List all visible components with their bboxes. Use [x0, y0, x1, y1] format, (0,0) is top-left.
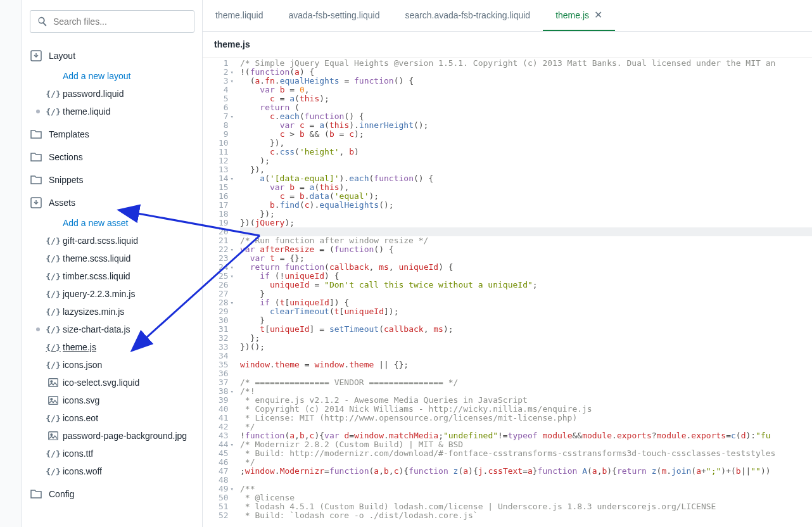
folder-templates[interactable]: Templates [30, 123, 194, 146]
file-item[interactable]: Add a new asset [32, 214, 194, 232]
search-icon [37, 16, 48, 27]
folder-sections[interactable]: Sections [30, 146, 194, 168]
svg-point-5 [51, 398, 53, 400]
file-label: theme.liquid [63, 106, 111, 117]
code-file-icon: {/} [46, 359, 60, 371]
file-label: ico-select.svg.liquid [63, 378, 139, 388]
file-label: theme.scss.liquid [63, 253, 130, 264]
main-panel: theme.liquidavada-fsb-setting.liquidsear… [203, 0, 812, 527]
file-label: icons.eot [63, 413, 98, 423]
tab-label: search.avada-fsb-tracking.liquid [405, 10, 530, 20]
file-item[interactable]: {/}theme.scss.liquid [32, 250, 194, 267]
file-item[interactable]: {/}password.liquid [32, 85, 194, 103]
file-label: icons.json [63, 360, 102, 370]
tab[interactable]: theme.liquid [203, 0, 276, 31]
code-file-icon: {/} [46, 88, 60, 99]
file-label: theme.js [63, 342, 96, 352]
file-label: size-chart-data.js [63, 324, 130, 334]
image-file-icon [46, 430, 60, 441]
code-file-icon: {/} [46, 306, 60, 317]
search-box[interactable] [30, 10, 194, 33]
file-item[interactable]: Add a new layout [32, 67, 194, 85]
tab[interactable]: avada-fsb-setting.liquid [276, 0, 393, 31]
file-label: icons.svg [63, 395, 99, 405]
file-label: password-page-background.jpg [63, 431, 187, 441]
file-label: timber.scss.liquid [63, 271, 130, 281]
file-label: Add a new layout [63, 71, 130, 81]
file-item[interactable]: {/}size-chart-data.js [32, 321, 194, 338]
close-icon[interactable]: ✕ [594, 9, 602, 21]
modified-dot-icon [36, 327, 40, 331]
file-item[interactable]: {/}gift-card.scss.liquid [32, 232, 194, 250]
folder-config[interactable]: Config [30, 483, 194, 505]
file-label: jquery-2.2.3.min.js [63, 289, 135, 299]
code-body[interactable]: /* Simple jQuery Equal Heights @version … [238, 58, 812, 527]
code-file-icon: {/} [46, 270, 60, 282]
code-file-icon: {/} [46, 466, 60, 477]
code-file-icon: {/} [46, 448, 60, 459]
code-file-icon: {/} [46, 412, 60, 424]
gutter: 1 2▾3▾4 5 6 7▾8 9 10 11 12 13 14▾15 16 1… [203, 58, 238, 527]
code-editor[interactable]: 1 2▾3▾4 5 6 7▾8 9 10 11 12 13 14▾15 16 1… [203, 58, 812, 527]
left-rail [0, 0, 22, 527]
image-file-icon [46, 395, 60, 406]
svg-point-3 [51, 381, 53, 383]
search-input[interactable] [53, 16, 187, 27]
file-item[interactable]: {/}timber.scss.liquid [32, 267, 194, 285]
code-file-icon: {/} [46, 106, 60, 117]
svg-point-7 [51, 434, 53, 436]
folder-assets[interactable]: Assets [30, 191, 194, 214]
file-label: Add a new asset [63, 218, 129, 228]
tabs: theme.liquidavada-fsb-setting.liquidsear… [203, 0, 812, 32]
code-file-icon: {/} [46, 288, 60, 300]
file-item[interactable]: ico-select.svg.liquid [32, 374, 194, 391]
file-item[interactable]: password-page-background.jpg [32, 427, 194, 445]
code-file-icon: {/} [46, 341, 60, 353]
file-item[interactable]: icons.svg [32, 391, 194, 409]
folder-snippets[interactable]: Snippets [30, 168, 194, 191]
folder-layout[interactable]: Layout [30, 44, 194, 67]
modified-dot-icon [36, 110, 40, 113]
file-label: password.liquid [63, 89, 124, 99]
file-label: gift-card.scss.liquid [63, 236, 138, 246]
file-item[interactable]: {/}icons.json [32, 356, 194, 374]
file-label: icons.woff [63, 466, 102, 476]
image-file-icon [46, 377, 60, 388]
file-item[interactable]: {/}icons.woff [32, 462, 194, 480]
file-item[interactable]: {/}lazysizes.min.js [32, 303, 194, 321]
file-item[interactable]: {/}icons.ttf [32, 445, 194, 462]
code-file-icon: {/} [46, 235, 60, 246]
code-file-icon: {/} [46, 324, 60, 335]
file-label: lazysizes.min.js [63, 307, 124, 317]
tab-label: theme.js [555, 10, 589, 20]
file-item[interactable]: {/}jquery-2.2.3.min.js [32, 285, 194, 303]
file-item[interactable]: {/}theme.liquid [32, 103, 194, 120]
breadcrumb: theme.js [203, 32, 812, 58]
tab[interactable]: search.avada-fsb-tracking.liquid [392, 0, 543, 31]
tab-label: theme.liquid [215, 10, 263, 20]
file-label: icons.ttf [63, 448, 93, 459]
code-file-icon: {/} [46, 253, 60, 264]
file-item[interactable]: {/} theme.js [32, 338, 194, 356]
tab[interactable]: theme.js✕ [543, 0, 615, 31]
file-item[interactable]: {/}icons.eot [32, 409, 194, 427]
sidebar: LayoutAdd a new layout{/}password.liquid… [22, 0, 203, 527]
tab-label: avada-fsb-setting.liquid [289, 10, 380, 20]
